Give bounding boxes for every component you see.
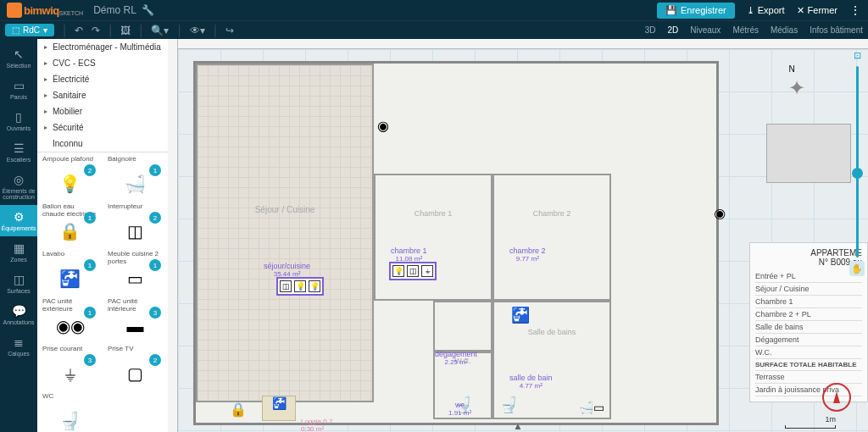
area-deg: 2.25 m²: [435, 358, 477, 366]
cat-electricite[interactable]: ▸Électricité: [37, 71, 168, 87]
logo-sub: SKETCH: [59, 10, 83, 16]
rail-ouvrants[interactable]: ▯Ouvrants: [0, 105, 37, 136]
cat-inconnu[interactable]: Inconnu: [37, 136, 168, 152]
rail-zones[interactable]: ▦Zones: [0, 236, 37, 268]
ruler-vertical: [168, 39, 178, 432]
sink-icon: 🚰: [57, 268, 84, 290]
project-name: Démo RL: [93, 4, 136, 16]
label-ch1-sel: chambre 1: [391, 246, 427, 255]
floorplan-canvas[interactable]: Terrasse Séjour / Cuisine Chambre 1 Cham…: [168, 39, 868, 432]
undo-button[interactable]: ↶: [75, 25, 83, 36]
hvac-ext-icon: ◉◉: [57, 315, 84, 337]
rail-selection[interactable]: ↖Sélection: [0, 42, 37, 74]
save-button[interactable]: 💾 Enregistrer: [657, 3, 735, 19]
view-infos[interactable]: Infos bâtiment: [810, 25, 863, 35]
bulb-icon: 💡: [57, 173, 84, 195]
forward-button[interactable]: ↪: [225, 25, 234, 36]
cat-cvc[interactable]: ▸CVC - ECS: [37, 55, 168, 71]
equip-pac-ext[interactable]: PAC unité extérieure1◉◉: [37, 295, 103, 342]
zones-icon: ▦: [14, 241, 25, 255]
rail-elements[interactable]: ◎Éléments de construction: [0, 168, 37, 205]
room-bain[interactable]: Salle de bains 🚰 🚽 🛁▭: [492, 301, 611, 419]
floor-selector[interactable]: ⬚ RdC ▾: [5, 24, 54, 36]
expand-arrow-icon[interactable]: ▲: [513, 420, 523, 432]
extents-icon[interactable]: ⊡: [849, 47, 865, 63]
selection-sejour[interactable]: ◫ 💡 💡: [276, 277, 324, 296]
chevron-down-icon: ▾: [43, 25, 47, 35]
equip-interrupteur[interactable]: Interrupteur2◫: [103, 200, 168, 247]
close-button[interactable]: ✕ Fermer: [797, 5, 837, 16]
hvac-fixture-2[interactable]: ◉: [713, 208, 729, 220]
bathtub-fixture[interactable]: 🛁▭: [579, 401, 604, 414]
visibility-button[interactable]: 👁▾: [190, 25, 205, 36]
equipment-icon: ⚙: [14, 210, 25, 224]
label-sejour: séjour/cuisine: [264, 262, 310, 270]
room-degagement[interactable]: [433, 301, 492, 352]
mini-bulb-icon-3: 💡: [392, 265, 404, 277]
rail-equipements[interactable]: ⚙Équipements: [0, 205, 37, 236]
export-button[interactable]: ⤓ Export: [747, 5, 785, 16]
equip-wc[interactable]: WC🚽: [37, 390, 103, 432]
equip-prise-tv[interactable]: Prise TV2▢: [103, 342, 168, 390]
label-wc: wc: [448, 401, 471, 409]
room-sejour[interactable]: Séjour / Cuisine: [196, 64, 374, 402]
mini-map[interactable]: [766, 124, 851, 183]
zoom-slider[interactable]: ⊡ ✋: [851, 47, 863, 276]
rail-surfaces[interactable]: ◫Surfaces: [0, 268, 37, 299]
cabinet-fixture[interactable]: 🚰: [262, 396, 296, 421]
cat-electromenager[interactable]: ▸Electroménager - Multimédia: [37, 39, 168, 55]
compass-rose[interactable]: [822, 383, 851, 412]
hvac-int-icon: ▬: [122, 315, 149, 337]
redo-button[interactable]: ↷: [92, 25, 100, 36]
selection-ch1[interactable]: 💡 ◫ ⏚: [389, 262, 437, 280]
mini-switch-icon-2: ◫: [407, 265, 419, 277]
column-icon: ◎: [14, 173, 24, 186]
floorplan[interactable]: Terrasse Séjour / Cuisine Chambre 1 Cham…: [193, 61, 719, 425]
app-header: bimwiq SKETCH Démo RL 🔧 💾 Enregistrer ⤓ …: [0, 0, 868, 20]
pan-button[interactable]: ✋: [849, 261, 865, 276]
view-metres[interactable]: Métrés: [732, 25, 759, 35]
toilet-fixture-2[interactable]: 🚽: [499, 396, 518, 414]
rail-calques[interactable]: ≣Calques: [0, 330, 37, 362]
equip-prise[interactable]: Prise courant3⏚: [37, 342, 103, 390]
image-button[interactable]: 🖼: [120, 25, 131, 36]
view-medias[interactable]: Médias: [771, 25, 798, 35]
room-chambre2[interactable]: Chambre 2: [492, 174, 611, 301]
view-2d[interactable]: 2D: [667, 25, 678, 35]
room-chambre1[interactable]: Chambre 1: [374, 174, 492, 301]
surfaces-icon: ◫: [14, 273, 25, 286]
scale-bar: 1m: [785, 415, 836, 429]
ruler-horizontal: [178, 39, 868, 49]
equip-lavabo[interactable]: Lavabo1🚰: [37, 247, 103, 295]
slider-track[interactable]: [856, 66, 859, 258]
label-ch1: Chambre 1: [376, 209, 491, 218]
area-bain: 4.77 m²: [509, 382, 553, 390]
sink-fixture[interactable]: 🚰: [511, 306, 530, 324]
floor-icon: ⬚: [12, 25, 19, 35]
mini-bulb-icon-2: 💡: [309, 280, 320, 292]
bathtub-icon: 🛁: [122, 173, 149, 195]
hvac-fixture[interactable]: ◉: [377, 118, 389, 134]
equip-ampoule[interactable]: Ampoule plafond2💡: [37, 152, 103, 200]
compass-needle: [833, 391, 840, 403]
equip-meuble[interactable]: Meuble cuisine 2 portes1▭: [103, 247, 168, 295]
view-niveaux[interactable]: Niveaux: [690, 25, 721, 35]
rail-parois[interactable]: ▭Parois: [0, 74, 37, 105]
cat-mobilier[interactable]: ▸Mobilier: [37, 103, 168, 119]
wrench-icon[interactable]: 🔧: [142, 4, 154, 16]
more-button[interactable]: ⋮: [849, 3, 861, 17]
rail-annotations[interactable]: 💬Annotations: [0, 299, 37, 330]
heater-fixture[interactable]: 🔒: [230, 402, 247, 418]
slider-thumb[interactable]: [852, 168, 863, 179]
equipment-panel: ▸Electroménager - Multimédia ▸CVC - ECS …: [37, 39, 168, 432]
cursor-icon: ↖: [14, 47, 24, 61]
view-3d[interactable]: 3D: [645, 25, 656, 35]
equip-ballon[interactable]: Ballon eau chaude électrique1🔒: [37, 200, 103, 247]
equip-baignoire[interactable]: Baignoire1🛁: [103, 152, 168, 200]
rail-escaliers[interactable]: ☰Escaliers: [0, 136, 37, 168]
cat-sanitaire[interactable]: ▸Sanitaire: [37, 87, 168, 103]
equip-pac-int[interactable]: PAC unité intérieure3▬: [103, 295, 168, 342]
zoom-button[interactable]: 🔍▾: [151, 25, 169, 36]
cat-securite[interactable]: ▸Sécurité: [37, 119, 168, 136]
label-deg: dégagement: [435, 350, 477, 358]
